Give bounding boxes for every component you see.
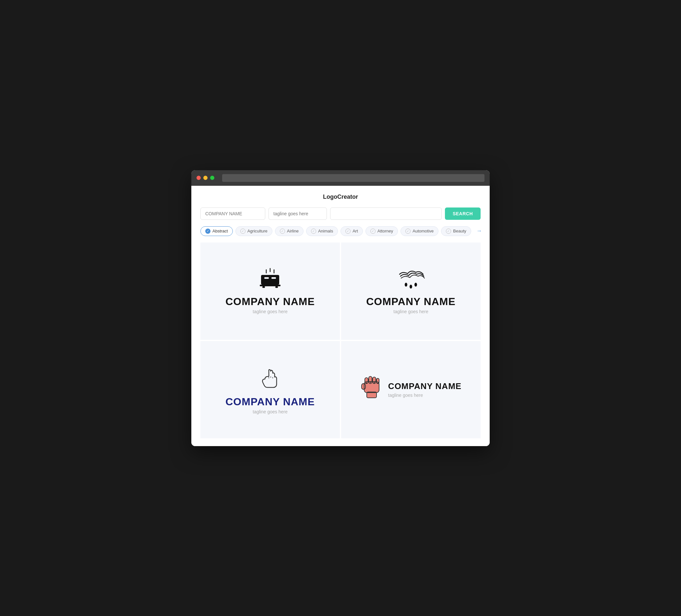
category-art[interactable]: Art [340,226,363,236]
check-icon-art [345,229,351,234]
logo4-company-name: COMPANY NAME [388,381,461,391]
logo-card-2[interactable]: COMPANY NAME tagline goes here [341,242,481,340]
categories-next-button[interactable]: → [474,226,481,236]
check-icon-attorney [370,229,376,234]
svg-point-30 [370,382,371,383]
category-label-beauty: Beauty [453,229,466,233]
fist-icon [360,373,383,402]
keyword-input[interactable] [330,207,442,220]
logo3-company-name: COMPANY NAME [225,396,315,408]
svg-rect-5 [272,277,276,279]
minimize-button[interactable] [203,176,207,180]
logo1-tagline: tagline goes here [253,309,287,314]
logo4-tagline: tagline goes here [388,393,461,398]
search-button[interactable]: SEARCH [445,207,481,220]
category-abstract[interactable]: ✓ Abstract [200,226,233,236]
logo-card-1[interactable]: COMPANY NAME tagline goes here [200,242,340,340]
check-icon-agriculture [240,229,246,234]
category-attorney[interactable]: Attorney [365,226,398,236]
close-button[interactable] [197,176,201,180]
toaster-icon [257,268,283,290]
svg-point-10 [409,285,412,288]
browser-window: LogoCreator SEARCH ✓ Abstract Agricultur… [191,170,490,446]
logo-grid: COMPANY NAME tagline goes here [200,242,481,438]
svg-point-32 [377,383,378,384]
rain-icon [395,268,427,290]
check-icon-automotive [405,229,410,234]
logo2-tagline: tagline goes here [393,309,428,314]
category-agriculture[interactable]: Agriculture [235,226,272,236]
address-bar [222,174,484,182]
svg-point-29 [366,382,367,384]
check-icon-abstract: ✓ [205,229,210,234]
app-title: LogoCreator [200,194,481,200]
check-icon-animals [311,229,316,234]
svg-point-31 [374,382,375,383]
browser-titlebar [191,170,490,186]
maximize-button[interactable] [210,176,215,180]
logo3-tagline: tagline goes here [253,409,287,414]
category-label-agriculture: Agriculture [247,229,268,233]
svg-rect-3 [261,275,279,285]
category-label-art: Art [353,229,358,233]
svg-rect-4 [264,277,269,279]
category-label-automotive: Automotive [412,229,434,233]
svg-point-11 [414,283,417,287]
logo2-company-name: COMPANY NAME [366,296,456,308]
company-name-input[interactable] [200,207,265,220]
category-label-animals: Animals [318,229,333,233]
category-filters: ✓ Abstract Agriculture Airline Animals A… [200,226,481,236]
svg-rect-8 [275,286,278,288]
logo1-company-name: COMPANY NAME [225,296,315,308]
logo-card-3[interactable]: COMPANY NAME tagline goes here [200,341,340,438]
category-animals[interactable]: Animals [306,226,338,236]
svg-rect-7 [262,286,265,288]
check-icon-beauty [446,229,451,234]
tagline-input[interactable] [269,207,327,220]
category-label-airline: Airline [287,229,299,233]
app-content: LogoCreator SEARCH ✓ Abstract Agricultur… [191,186,490,446]
category-label-abstract: Abstract [212,229,228,233]
logo-card-4[interactable]: COMPANY NAME tagline goes here [341,341,481,438]
search-bar: SEARCH [200,207,481,220]
svg-rect-6 [260,285,280,286]
hand-icon [257,365,283,391]
check-icon-airline [280,229,285,234]
category-airline[interactable]: Airline [275,226,304,236]
svg-point-9 [405,283,407,287]
category-beauty[interactable]: Beauty [441,226,471,236]
logo4-text-group: COMPANY NAME tagline goes here [388,381,461,398]
category-label-attorney: Attorney [377,229,393,233]
category-automotive[interactable]: Automotive [401,226,438,236]
